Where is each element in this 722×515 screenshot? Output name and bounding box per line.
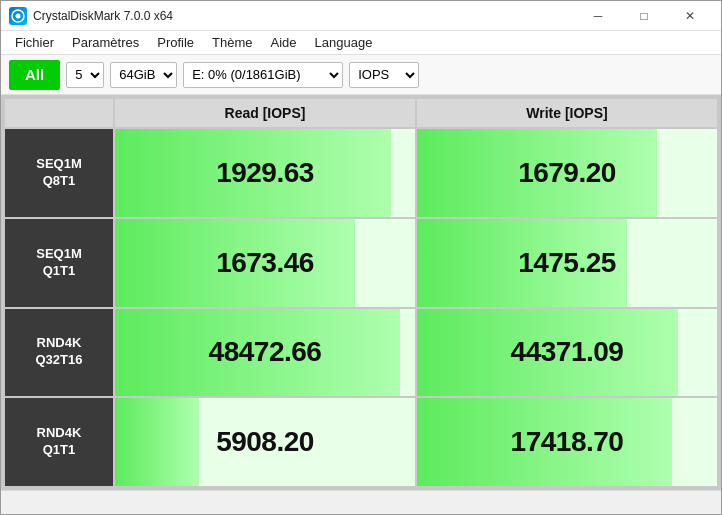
read-cell-2: 48472.66: [115, 309, 415, 397]
drive-select[interactable]: E: 0% (0/1861GiB): [183, 62, 343, 88]
menu-parametres[interactable]: Paramètres: [64, 33, 147, 52]
close-button[interactable]: ✕: [667, 1, 713, 31]
write-value-2: 44371.09: [511, 336, 624, 368]
label-spacer: [5, 99, 113, 127]
menu-fichier[interactable]: Fichier: [7, 33, 62, 52]
titlebar: CrystalDiskMark 7.0.0 x64 ─ □ ✕: [1, 1, 721, 31]
app-icon: [9, 7, 27, 25]
mode-select[interactable]: IOPS MB/s μs: [349, 62, 419, 88]
read-value-3: 5908.20: [216, 426, 314, 458]
toolbar: All 5 1 3 9 64GiB 1GiB 4GiB 8GiB 16GiB 3…: [1, 55, 721, 95]
table-row: RND4KQ32T16 48472.66 44371.09: [5, 309, 717, 397]
write-cell-3: 17418.70: [417, 398, 717, 486]
statusbar: [1, 490, 721, 514]
read-cell-3: 5908.20: [115, 398, 415, 486]
row-label-1: SEQ1MQ1T1: [5, 219, 113, 307]
svg-point-1: [16, 13, 21, 18]
read-value-2: 48472.66: [209, 336, 322, 368]
maximize-button[interactable]: □: [621, 1, 667, 31]
table-row: RND4KQ1T1 5908.20 17418.70: [5, 398, 717, 486]
minimize-button[interactable]: ─: [575, 1, 621, 31]
read-bar-3: [115, 398, 199, 486]
row-label-text-1: SEQ1MQ1T1: [36, 246, 82, 280]
benchmark-rows: SEQ1MQ8T1 1929.63 1679.20 SEQ1MQ1T1: [5, 129, 717, 486]
count-select[interactable]: 5 1 3 9: [66, 62, 104, 88]
row-label-text-0: SEQ1MQ8T1: [36, 156, 82, 190]
read-cell-0: 1929.63: [115, 129, 415, 217]
read-header: Read [IOPS]: [115, 99, 415, 127]
row-label-text-2: RND4KQ32T16: [36, 335, 83, 369]
main-content: Read [IOPS] Write [IOPS] SEQ1MQ8T1 1929.…: [1, 95, 721, 490]
app-window: CrystalDiskMark 7.0.0 x64 ─ □ ✕ Fichier …: [0, 0, 722, 515]
read-cell-1: 1673.46: [115, 219, 415, 307]
table-row: SEQ1MQ1T1 1673.46 1475.25: [5, 219, 717, 307]
size-select[interactable]: 64GiB 1GiB 4GiB 8GiB 16GiB 32GiB: [110, 62, 177, 88]
menu-language[interactable]: Language: [307, 33, 381, 52]
menu-aide[interactable]: Aide: [263, 33, 305, 52]
menu-theme[interactable]: Thème: [204, 33, 260, 52]
row-label-2: RND4KQ32T16: [5, 309, 113, 397]
write-cell-2: 44371.09: [417, 309, 717, 397]
row-label-0: SEQ1MQ8T1: [5, 129, 113, 217]
all-button[interactable]: All: [9, 60, 60, 90]
row-label-text-3: RND4KQ1T1: [37, 425, 82, 459]
menubar: Fichier Paramètres Profile Thème Aide La…: [1, 31, 721, 55]
write-value-3: 17418.70: [511, 426, 624, 458]
read-value-0: 1929.63: [216, 157, 314, 189]
column-headers: Read [IOPS] Write [IOPS]: [5, 99, 717, 127]
row-label-3: RND4KQ1T1: [5, 398, 113, 486]
window-controls: ─ □ ✕: [575, 1, 713, 31]
write-value-0: 1679.20: [518, 157, 616, 189]
write-cell-0: 1679.20: [417, 129, 717, 217]
window-title: CrystalDiskMark 7.0.0 x64: [33, 9, 575, 23]
table-row: SEQ1MQ8T1 1929.63 1679.20: [5, 129, 717, 217]
read-value-1: 1673.46: [216, 247, 314, 279]
write-value-1: 1475.25: [518, 247, 616, 279]
write-cell-1: 1475.25: [417, 219, 717, 307]
menu-profile[interactable]: Profile: [149, 33, 202, 52]
write-header: Write [IOPS]: [417, 99, 717, 127]
